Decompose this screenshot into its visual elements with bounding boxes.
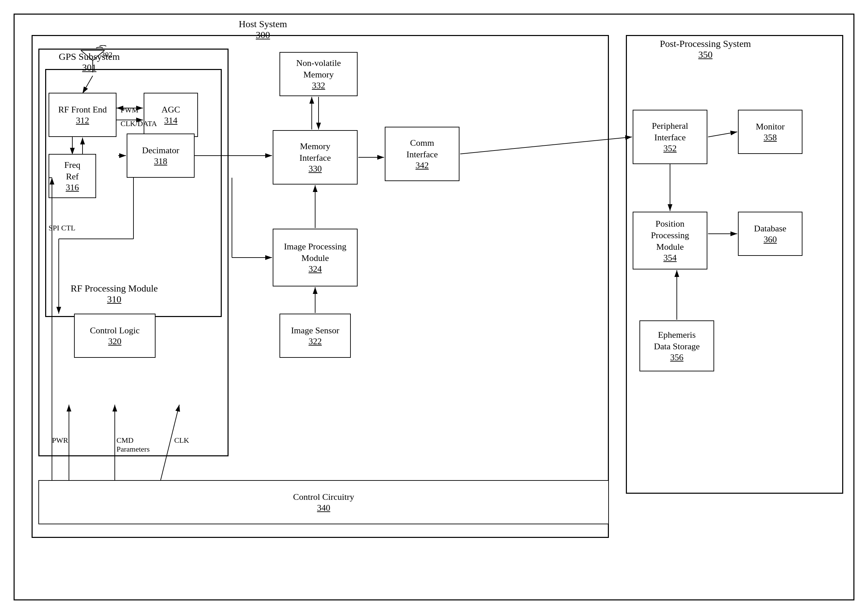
antenna-num-label: 302 [101,50,112,59]
control-circuitry-block: Control Circuitry 340 [39,480,609,524]
rf-processing-module-label: RF Processing Module310 [71,283,158,305]
clk-data-label: CLK/DATA [121,119,157,128]
memory-interface-block: MemoryInterface 330 [273,130,358,185]
ephemeris-block: EphemerisData Storage 356 [639,320,714,372]
non-volatile-memory-block: Non-volatileMemory 332 [279,52,358,96]
position-processing-block: PositionProcessingModule 354 [632,212,707,269]
agc-block: AGC 314 [144,93,198,137]
post-processing-label: Post-Processing System350 [660,38,751,60]
image-sensor-block: Image Sensor 322 [279,314,351,358]
comm-interface-block: CommInterface 342 [385,127,459,181]
decimator-block: Decimator 318 [127,134,195,178]
database-block: Database 360 [738,212,803,256]
peripheral-interface-block: PeripheralInterface 352 [632,110,707,164]
control-logic-block: Control Logic 320 [74,314,155,358]
pwm-label: PWM [121,106,138,115]
cmd-parameters-label: CMDParameters [116,436,150,454]
monitor-block: Monitor 358 [738,110,803,154]
spi-ctl-label: SPI CTL [48,224,75,232]
freq-ref-block: FreqRef 316 [48,154,96,198]
main-diagram: Host System 300 GPS Subsystem 301 RF Pro… [14,14,854,600]
svg-line-1 [81,50,93,61]
antenna-icon [79,45,106,76]
clk-label: CLK [174,436,189,445]
rf-front-end-block: RF Front End 312 [48,93,116,137]
pwr-label: PWR [52,436,68,445]
image-processing-block: Image ProcessingModule 324 [273,229,358,286]
